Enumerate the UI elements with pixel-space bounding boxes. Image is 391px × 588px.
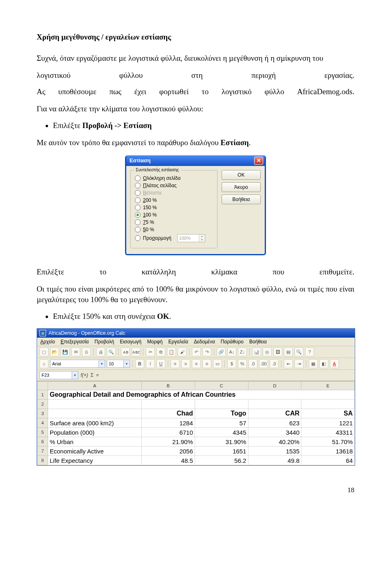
open-icon[interactable]: 📂 [50,347,59,356]
zoom-spin[interactable]: ▲▼ [177,234,205,242]
calc-titlebar[interactable]: ▦ AfricaDemog - OpenOffice.org Calc [37,329,355,338]
ok-button[interactable]: OK [222,170,261,180]
cell[interactable]: 3440 [248,428,301,437]
cell[interactable]: 1284 [142,418,195,428]
col-header[interactable]: E [301,382,355,390]
font-input[interactable] [51,360,99,367]
menu-edit[interactable]: Επεξεργασία [61,339,89,345]
cell[interactable]: 57 [195,418,248,428]
radio-200[interactable]: 200 % [135,197,213,203]
help-button[interactable]: Βοήθεια [222,195,261,204]
align-right-icon[interactable]: ≡ [192,359,201,368]
chevron-down-icon[interactable]: ▼ [99,360,105,367]
cell[interactable]: 31.90% [195,437,248,447]
radio-75[interactable]: 75 % [135,219,213,225]
cell[interactable]: % Urban [48,437,142,447]
chart-icon[interactable]: 📊 [252,347,261,356]
number-icon[interactable]: .0 [248,359,257,368]
cell[interactable]: Togo [195,409,248,418]
navigator-icon[interactable]: ◎ [263,347,272,356]
spell-icon[interactable]: ᴀʙ [121,347,130,356]
redo-icon[interactable]: ↷ [202,347,211,356]
row-header[interactable]: 5 [37,428,48,437]
cell[interactable]: 1651 [195,447,248,456]
menu-format[interactable]: Μορφή [147,339,163,345]
size-combo[interactable]: ▼ [107,360,130,368]
indent-dec-icon[interactable]: ⇤ [284,359,293,368]
styles-icon[interactable]: ⌂ [40,359,48,368]
radio-100[interactable]: 100 % [135,212,213,218]
cell[interactable]: 49.8 [248,456,301,465]
row-header[interactable]: 7 [37,447,48,456]
pdf-icon[interactable]: ⎙ [82,347,91,356]
menu-window[interactable]: Παράθυρο [221,339,244,345]
dialog-titlebar[interactable]: Εστίαση ✕ [126,155,265,166]
font-combo[interactable]: ▼ [50,360,105,368]
datasource-icon[interactable]: ▤ [284,347,293,356]
menu-view[interactable]: Προβολή [94,339,114,345]
cell[interactable]: 43311 [301,428,355,437]
align-justify-icon[interactable]: ≡ [202,359,211,368]
fx-icon[interactable]: f(×) [81,372,88,378]
brush-icon[interactable]: 🖌 [178,347,187,356]
menu-tools[interactable]: Εργαλεία [168,339,188,345]
equals-icon[interactable]: = [96,372,99,378]
cell[interactable]: 64 [301,456,355,465]
cell[interactable]: CAR [248,409,301,418]
cell[interactable]: 51.70% [301,437,355,447]
size-input[interactable] [107,360,123,367]
cell[interactable]: 21.90% [142,437,195,447]
new-icon[interactable]: ▢ [40,347,48,356]
col-header[interactable]: B [142,382,195,390]
row-header[interactable]: 3 [37,409,48,418]
spreadsheet[interactable]: A B C D E 1 Geographical Detail and Demo… [37,381,355,465]
print-icon[interactable]: 🖨 [96,347,105,356]
cell[interactable]: Life Expectancy [48,456,142,465]
namebox[interactable]: ▼ [40,371,78,379]
percent-icon[interactable]: % [238,359,247,368]
radio-custom[interactable]: Προσαρµογή ▲▼ [135,234,213,242]
zoom-icon[interactable]: 🔍 [294,347,303,356]
cell[interactable]: SA [301,409,355,418]
sum-icon[interactable]: Σ [90,372,93,378]
cell[interactable]: 40.20% [248,437,301,447]
spinner-down-icon[interactable]: ▼ [199,238,205,242]
cell[interactable]: Surface area (000 km2) [48,418,142,428]
menu-data[interactable]: Δεδοµένα [194,339,215,345]
spinner-up-icon[interactable]: ▲ [199,234,205,238]
paste-icon[interactable]: 📋 [167,347,176,356]
namebox-input[interactable] [40,372,72,378]
dec-dec-icon[interactable]: .0 [270,359,279,368]
copy-icon[interactable]: ⧉ [156,347,165,356]
cell[interactable]: Chad [142,409,195,418]
cell[interactable]: 6710 [142,428,195,437]
cell[interactable]: 623 [248,418,301,428]
underline-icon[interactable]: U [156,359,165,368]
preview-icon[interactable]: 🔍 [107,347,116,356]
row-header[interactable]: 4 [37,418,48,428]
radio-whole-page[interactable]: Ολόκληρη σελίδα [135,175,213,181]
mail-icon[interactable]: ✉ [71,347,80,356]
currency-icon[interactable]: $ [227,359,236,368]
radio-150[interactable]: 150 % [135,205,213,210]
row-header[interactable]: 1 [37,390,48,400]
menu-insert[interactable]: Εισαγωγή [120,339,141,345]
cell[interactable]: 48.5 [142,456,195,465]
chevron-down-icon[interactable]: ▼ [123,360,130,367]
bg-color-icon[interactable]: ◧ [319,359,328,368]
italic-icon[interactable]: I [146,359,155,368]
cell[interactable] [301,400,355,409]
save-icon[interactable]: 💾 [61,347,70,356]
undo-icon[interactable]: ↶ [192,347,201,356]
corner-cell[interactable] [37,382,48,390]
link-icon[interactable]: 🔗 [217,347,226,356]
cell[interactable]: 4345 [195,428,248,437]
col-header[interactable]: D [248,382,301,390]
align-center-icon[interactable]: ≡ [181,359,190,368]
row-header[interactable]: 6 [37,437,48,447]
gallery-icon[interactable]: 🖼 [273,347,282,356]
cell[interactable]: 1221 [301,418,355,428]
cell[interactable] [142,400,195,409]
menu-help[interactable]: Βοήθεια [249,339,267,345]
cell[interactable]: 56.2 [195,456,248,465]
